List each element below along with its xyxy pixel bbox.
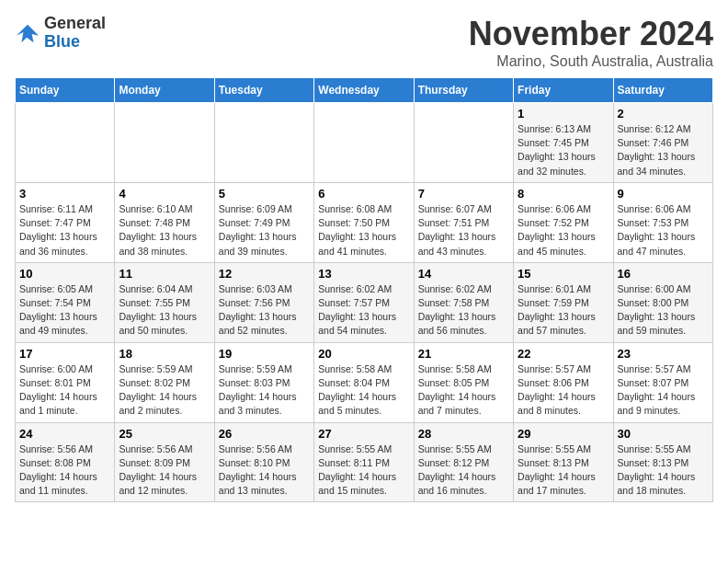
day-number: 20 [318,347,409,361]
calendar-header: SundayMondayTuesdayWednesdayThursdayFrid… [16,78,713,103]
day-cell: 12Sunrise: 6:03 AM Sunset: 7:56 PM Dayli… [214,262,313,342]
day-info: Sunrise: 5:55 AM Sunset: 8:13 PM Dayligh… [518,442,609,499]
day-info: Sunrise: 6:05 AM Sunset: 7:54 PM Dayligh… [19,282,110,339]
day-number: 30 [618,427,709,441]
day-number: 2 [618,107,709,121]
day-number: 5 [219,187,310,201]
day-info: Sunrise: 5:59 AM Sunset: 8:03 PM Dayligh… [219,362,310,419]
svg-marker-0 [17,24,39,42]
day-cell: 29Sunrise: 5:55 AM Sunset: 8:13 PM Dayli… [514,422,613,502]
day-info: Sunrise: 5:55 AM Sunset: 8:13 PM Dayligh… [618,442,709,499]
day-number: 23 [618,347,709,361]
day-info: Sunrise: 6:09 AM Sunset: 7:49 PM Dayligh… [219,202,310,259]
day-info: Sunrise: 5:56 AM Sunset: 8:09 PM Dayligh… [119,442,210,499]
day-cell: 13Sunrise: 6:02 AM Sunset: 7:57 PM Dayli… [314,262,414,342]
day-cell: 16Sunrise: 6:00 AM Sunset: 8:00 PM Dayli… [613,262,712,342]
day-number: 4 [119,187,210,201]
day-number: 9 [618,187,709,201]
day-number: 25 [119,427,210,441]
day-number: 11 [119,267,210,281]
logo-bird-icon [15,20,40,46]
calendar-table: SundayMondayTuesdayWednesdayThursdayFrid… [15,77,713,502]
day-number: 27 [318,427,409,441]
day-number: 21 [418,347,509,361]
header-cell-tuesday: Tuesday [214,78,313,103]
day-info: Sunrise: 6:02 AM Sunset: 7:58 PM Dayligh… [418,282,509,339]
day-cell: 18Sunrise: 5:59 AM Sunset: 8:02 PM Dayli… [115,342,214,422]
day-cell: 1Sunrise: 6:13 AM Sunset: 7:45 PM Daylig… [514,103,613,183]
day-number: 22 [518,347,609,361]
day-info: Sunrise: 5:58 AM Sunset: 8:04 PM Dayligh… [318,362,409,419]
day-cell [115,103,214,183]
day-cell: 3Sunrise: 6:11 AM Sunset: 7:47 PM Daylig… [16,182,115,262]
day-info: Sunrise: 5:57 AM Sunset: 8:06 PM Dayligh… [518,362,609,419]
day-info: Sunrise: 5:55 AM Sunset: 8:11 PM Dayligh… [318,442,409,499]
day-number: 1 [518,107,609,121]
day-cell: 21Sunrise: 5:58 AM Sunset: 8:05 PM Dayli… [414,342,513,422]
day-cell [314,103,414,183]
day-number: 26 [219,427,310,441]
day-number: 29 [518,427,609,441]
calendar-body: 1Sunrise: 6:13 AM Sunset: 7:45 PM Daylig… [16,103,713,502]
week-row-1: 1Sunrise: 6:13 AM Sunset: 7:45 PM Daylig… [16,103,713,183]
header-cell-saturday: Saturday [613,78,712,103]
day-cell: 15Sunrise: 6:01 AM Sunset: 7:59 PM Dayli… [514,262,613,342]
day-cell: 19Sunrise: 5:59 AM Sunset: 8:03 PM Dayli… [214,342,313,422]
day-info: Sunrise: 5:56 AM Sunset: 8:08 PM Dayligh… [19,442,110,499]
day-info: Sunrise: 6:07 AM Sunset: 7:51 PM Dayligh… [418,202,509,259]
title-block: November 2024 Marino, South Australia, A… [469,15,713,70]
day-cell: 9Sunrise: 6:06 AM Sunset: 7:53 PM Daylig… [613,182,712,262]
day-info: Sunrise: 6:10 AM Sunset: 7:48 PM Dayligh… [119,202,210,259]
day-cell: 17Sunrise: 6:00 AM Sunset: 8:01 PM Dayli… [16,342,115,422]
day-cell: 10Sunrise: 6:05 AM Sunset: 7:54 PM Dayli… [16,262,115,342]
header-cell-thursday: Thursday [414,78,513,103]
day-number: 28 [418,427,509,441]
location-subtitle: Marino, South Australia, Australia [469,53,713,70]
day-info: Sunrise: 5:59 AM Sunset: 8:02 PM Dayligh… [119,362,210,419]
day-info: Sunrise: 6:00 AM Sunset: 8:01 PM Dayligh… [19,362,110,419]
day-number: 14 [418,267,509,281]
logo: General Blue [15,15,106,52]
day-info: Sunrise: 6:13 AM Sunset: 7:45 PM Dayligh… [518,122,609,178]
logo-text: General Blue [44,15,106,52]
day-info: Sunrise: 6:01 AM Sunset: 7:59 PM Dayligh… [518,282,609,339]
day-cell: 25Sunrise: 5:56 AM Sunset: 8:09 PM Dayli… [115,422,214,502]
day-cell [16,103,115,183]
day-cell: 28Sunrise: 5:55 AM Sunset: 8:12 PM Dayli… [414,422,513,502]
header-cell-wednesday: Wednesday [314,78,414,103]
day-cell [214,103,313,183]
day-number: 16 [618,267,709,281]
header-cell-friday: Friday [514,78,613,103]
day-number: 3 [19,187,110,201]
month-year-title: November 2024 [469,15,713,53]
logo-general: General [44,14,106,32]
week-row-4: 17Sunrise: 6:00 AM Sunset: 8:01 PM Dayli… [16,342,713,422]
day-info: Sunrise: 5:55 AM Sunset: 8:12 PM Dayligh… [418,442,509,499]
day-number: 13 [318,267,409,281]
week-row-3: 10Sunrise: 6:05 AM Sunset: 7:54 PM Dayli… [16,262,713,342]
day-cell [414,103,513,183]
header-row: SundayMondayTuesdayWednesdayThursdayFrid… [16,78,713,103]
day-cell: 5Sunrise: 6:09 AM Sunset: 7:49 PM Daylig… [214,182,313,262]
day-cell: 8Sunrise: 6:06 AM Sunset: 7:52 PM Daylig… [514,182,613,262]
day-cell: 2Sunrise: 6:12 AM Sunset: 7:46 PM Daylig… [613,103,712,183]
logo-blue: Blue [44,32,80,51]
day-cell: 23Sunrise: 5:57 AM Sunset: 8:07 PM Dayli… [613,342,712,422]
day-number: 10 [19,267,110,281]
day-cell: 22Sunrise: 5:57 AM Sunset: 8:06 PM Dayli… [514,342,613,422]
day-cell: 4Sunrise: 6:10 AM Sunset: 7:48 PM Daylig… [115,182,214,262]
day-number: 19 [219,347,310,361]
day-info: Sunrise: 6:03 AM Sunset: 7:56 PM Dayligh… [219,282,310,339]
day-info: Sunrise: 5:57 AM Sunset: 8:07 PM Dayligh… [618,362,709,419]
day-info: Sunrise: 5:56 AM Sunset: 8:10 PM Dayligh… [219,442,310,499]
day-info: Sunrise: 5:58 AM Sunset: 8:05 PM Dayligh… [418,362,509,419]
day-info: Sunrise: 6:00 AM Sunset: 8:00 PM Dayligh… [618,282,709,339]
day-info: Sunrise: 6:02 AM Sunset: 7:57 PM Dayligh… [318,282,409,339]
day-cell: 6Sunrise: 6:08 AM Sunset: 7:50 PM Daylig… [314,182,414,262]
day-info: Sunrise: 6:11 AM Sunset: 7:47 PM Dayligh… [19,202,110,259]
header-cell-sunday: Sunday [16,78,115,103]
day-number: 12 [219,267,310,281]
day-info: Sunrise: 6:04 AM Sunset: 7:55 PM Dayligh… [119,282,210,339]
day-number: 24 [19,427,110,441]
day-info: Sunrise: 6:06 AM Sunset: 7:52 PM Dayligh… [518,202,609,259]
